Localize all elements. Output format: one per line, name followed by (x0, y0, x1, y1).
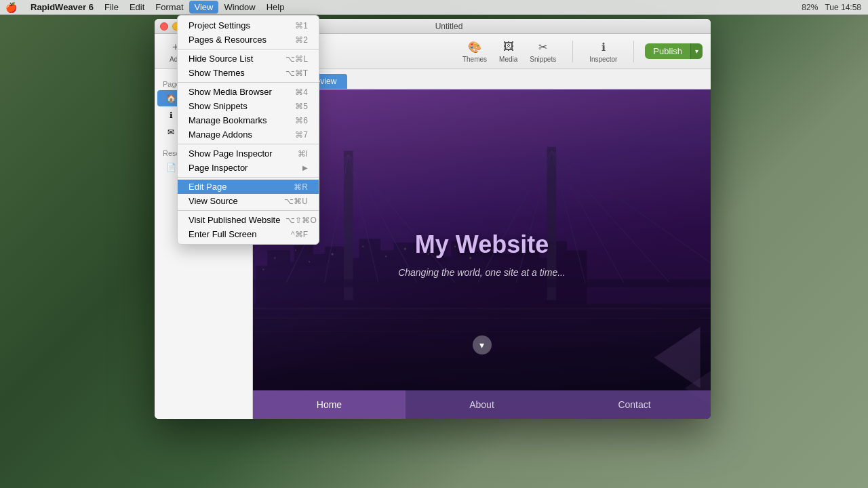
menu-item-show-page-inspector[interactable]: Show Page Inspector ⌘I (178, 146, 319, 161)
svg-rect-22 (566, 250, 587, 308)
menu-window[interactable]: Window (218, 1, 260, 14)
scroll-button[interactable]: ▾ (473, 336, 492, 354)
svg-rect-54 (253, 308, 711, 309)
menu-item-page-inspector[interactable]: Page Inspector ▶ (178, 161, 319, 175)
publish-button[interactable]: Publish (645, 43, 690, 59)
svg-point-29 (385, 256, 387, 257)
menu-divider-5 (178, 210, 319, 211)
window-close-button[interactable] (160, 22, 168, 30)
website-subtitle: Changing the world, one site at a time..… (398, 267, 566, 278)
hero-text: My Website Changing the world, one site … (398, 230, 566, 278)
website-title: My Website (398, 230, 566, 259)
svg-point-24 (274, 258, 275, 259)
menu-item-project-settings[interactable]: Project Settings ⌘1 (178, 18, 319, 33)
svg-rect-9 (359, 239, 381, 308)
preview-content: My Website Changing the world, one site … (253, 89, 711, 419)
inspector-button[interactable]: ℹ Inspector (584, 37, 623, 66)
menu-item-show-themes[interactable]: Show Themes ⌥⌘T (178, 66, 319, 80)
menu-item-hide-source-list[interactable]: Hide Source List ⌥⌘L (178, 52, 319, 66)
themes-icon: 🎨 (467, 39, 482, 54)
menu-item-show-media-browser[interactable]: Show Media Browser ⌘4 (178, 85, 319, 99)
menu-item-visit-published[interactable]: Visit Published Website ⌥⇧⌘O (178, 213, 319, 227)
svg-point-26 (309, 261, 310, 262)
menu-item-manage-bookmarks[interactable]: Manage Bookmarks ⌘6 (178, 113, 319, 127)
menu-item-enter-fullscreen[interactable]: Enter Full Screen ^⌘F (178, 227, 319, 241)
contact-icon: ✉ (165, 127, 176, 138)
website-nav: Home About Contact (253, 390, 711, 419)
website-preview: My Website Changing the world, one site … (253, 89, 711, 419)
themes-button[interactable]: 🎨 Themes (457, 37, 492, 66)
menu-item-pages-resources[interactable]: Pages & Resources ⌘2 (178, 33, 319, 47)
content-area: Edit Preview (253, 69, 711, 419)
menu-divider-2 (178, 82, 319, 83)
svg-rect-56 (253, 331, 711, 331)
menu-format[interactable]: Format (150, 1, 189, 14)
submenu-arrow-icon: ▶ (302, 164, 308, 171)
svg-rect-55 (253, 318, 711, 319)
menu-edit[interactable]: Edit (124, 1, 150, 14)
media-icon: 🖼 (501, 39, 516, 54)
media-button[interactable]: 🖼 Media (494, 37, 523, 66)
publish-dropdown-arrow[interactable]: ▾ (690, 43, 703, 59)
svg-point-23 (262, 268, 264, 270)
home-icon: 🏠 (165, 93, 176, 104)
menu-item-edit-page[interactable]: Edit Page ⌘R (178, 180, 319, 194)
tab-bar: Edit Preview (253, 69, 711, 89)
snippets-icon: ✂ (536, 39, 551, 54)
menu-bar: 🍎 RapidWeaver 6 File Edit Format View Wi… (0, 0, 868, 15)
app-menu-rapidweaver[interactable]: RapidWeaver 6 (25, 1, 99, 14)
about-icon: ℹ (165, 110, 176, 121)
menu-view[interactable]: View (189, 1, 219, 14)
menubar-time: Tue 14:58 (823, 3, 863, 12)
menu-item-view-source[interactable]: View Source ⌥⌘U (178, 194, 319, 208)
svg-point-28 (362, 246, 363, 247)
svg-point-27 (331, 253, 333, 255)
menu-help[interactable]: Help (261, 1, 290, 14)
apple-menu[interactable]: 🍎 (5, 2, 17, 13)
file-icon: 📄 (165, 162, 176, 173)
menu-file[interactable]: File (99, 1, 124, 14)
svg-rect-10 (378, 250, 395, 308)
nav-item-about[interactable]: About (406, 390, 558, 419)
menu-divider-3 (178, 144, 319, 144)
svg-point-25 (295, 249, 296, 251)
nav-item-contact[interactable]: Contact (558, 390, 711, 419)
nav-item-home[interactable]: Home (253, 390, 406, 419)
menu-divider-4 (178, 177, 319, 178)
menubar-battery: 82% (800, 3, 819, 12)
menu-divider-1 (178, 49, 319, 49)
inspector-icon: ℹ (596, 39, 611, 54)
svg-rect-39 (253, 279, 711, 287)
menu-item-show-snippets[interactable]: Show Snippets ⌘5 (178, 99, 319, 113)
view-dropdown-menu: Project Settings ⌘1 Pages & Resources ⌘2… (177, 15, 319, 245)
menu-item-manage-addons[interactable]: Manage Addons ⌘7 (178, 127, 319, 142)
publish-button-group: Publish ▾ (645, 43, 703, 59)
snippets-button[interactable]: ✂ Snippets (524, 37, 561, 66)
